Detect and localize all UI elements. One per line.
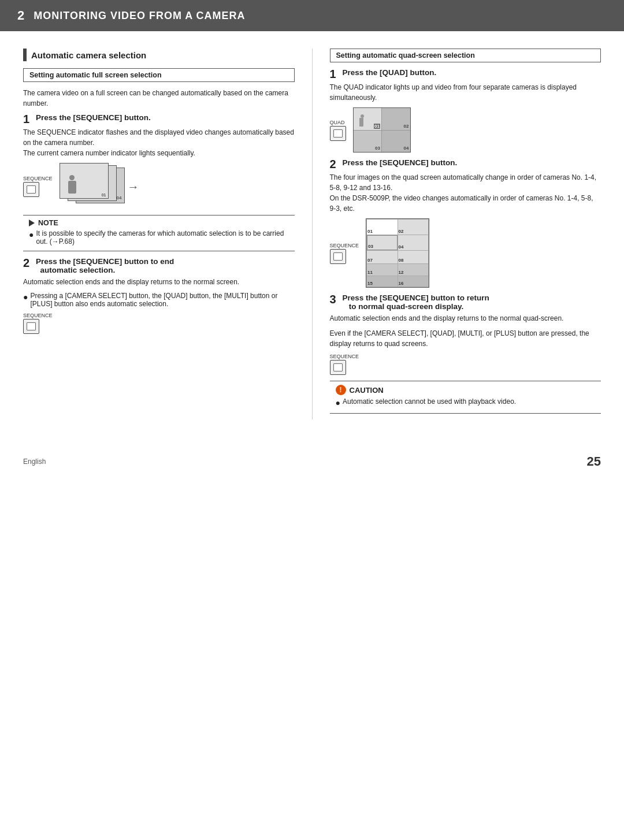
arrow-right: → xyxy=(128,180,139,194)
stacked-screens-illus: 04 01 → xyxy=(60,163,129,209)
step2-bullet-1: ● Pressing a [CAMERA SELECT] button, the… xyxy=(23,292,295,308)
seq-button-illus-r: SEQUENCE xyxy=(330,243,359,264)
footer-language: English xyxy=(23,458,46,466)
bullet-icon: ● xyxy=(29,229,34,246)
qg-cell-4: 04 xyxy=(382,131,410,153)
person-1 xyxy=(359,118,363,127)
cam-03: 03 xyxy=(375,146,380,151)
sq-cell-02: 02 xyxy=(398,220,429,235)
sub-heading-full-screen: Setting automatic full screen selection xyxy=(23,68,295,82)
quad-btn-square xyxy=(330,126,346,141)
sq-num-07: 07 xyxy=(367,258,373,263)
sequence-button-illus: SEQUENCE xyxy=(23,176,53,197)
seq-btn-square-r xyxy=(330,249,346,264)
head xyxy=(69,175,75,180)
sq-num-16: 16 xyxy=(399,281,404,286)
sq-cell-03: 03 xyxy=(367,235,398,250)
r-step2-number: 2 xyxy=(330,158,340,170)
left-column: Automatic camera selection Setting autom… xyxy=(23,49,313,419)
r-step2-desc: The four images on the quad screen autom… xyxy=(330,172,601,214)
r-step1-row: 1 Press the [QUAD] button. xyxy=(330,68,601,80)
section-accent xyxy=(23,49,27,61)
r-step3-title: Press the [SEQUENCE] button to return to… xyxy=(343,293,489,311)
r-step3-illustration: SEQUENCE xyxy=(330,354,601,375)
bullet-icon-2: ● xyxy=(23,292,28,308)
seq-btn-label-2: SEQUENCE xyxy=(23,313,53,318)
page-footer: English 25 xyxy=(0,443,624,475)
step2-content: Press the [SEQUENCE] button to end autom… xyxy=(36,257,174,274)
sq-cell-08: 08 xyxy=(398,251,429,263)
quad-btn-inner xyxy=(333,129,343,137)
step1-illustration: SEQUENCE 04 01 xyxy=(23,163,295,209)
caution-bullet-1: ● Automatic selection cannot be used wit… xyxy=(336,397,596,408)
r-step3-content: Press the [SEQUENCE] button to return to… xyxy=(343,293,489,311)
r-step1-title: Press the [QUAD] button. xyxy=(343,68,437,77)
caution-label: CAUTION xyxy=(350,386,384,395)
caution-box: ! CAUTION ● Automatic selection cannot b… xyxy=(330,381,601,414)
qg-cell-2: 02 xyxy=(382,108,410,130)
step1-title: Press the [SEQUENCE] button. xyxy=(36,113,151,122)
r-step2-illustration: SEQUENCE 01 02 03 xyxy=(330,218,601,288)
note-header: NOTE xyxy=(29,219,289,227)
quad-button-illus: QUAD xyxy=(330,120,346,141)
r-step2-title: Press the [SEQUENCE] button. xyxy=(343,158,458,167)
quad-btn-label: QUAD xyxy=(330,120,346,125)
note-label: NOTE xyxy=(38,219,58,227)
sq-num-01: 01 xyxy=(367,229,373,234)
sq-num-15: 15 xyxy=(367,281,373,286)
r-step3-desc2: Even if the [CAMERA SELECT], [QUAD], [MU… xyxy=(330,328,601,349)
section-title: Automatic camera selection xyxy=(31,50,146,60)
chapter-number: 2 xyxy=(17,8,24,23)
r-step3-number: 3 xyxy=(330,293,340,305)
body xyxy=(68,181,76,194)
section-title-bar: Automatic camera selection xyxy=(23,49,295,61)
sq-num-02: 02 xyxy=(399,229,404,234)
seq-btn-inner xyxy=(27,185,36,194)
cam-02: 02 xyxy=(404,124,409,129)
page-number: 25 xyxy=(587,454,601,469)
seq-btn-inner-r3 xyxy=(333,363,343,371)
sq-num-04: 04 xyxy=(399,244,404,250)
person-figure xyxy=(68,175,76,194)
r-step3-row: 3 Press the [SEQUENCE] button to return … xyxy=(330,293,601,311)
chapter-header: 2 MONITORING VIDEO FROM A CAMERA xyxy=(0,0,624,31)
seq-btn-inner-r xyxy=(333,252,343,261)
note-bullet-1: ● It is possible to specify the cameras … xyxy=(29,229,289,246)
caution-bullet-text: Automatic selection cannot be used with … xyxy=(343,397,516,408)
right-column: Setting automatic quad-screen selection … xyxy=(313,49,601,419)
note-triangle-icon xyxy=(29,220,35,226)
seq-btn-square-r3 xyxy=(330,360,346,375)
sq-cell-15: 15 xyxy=(367,276,398,287)
cam-01: 01 xyxy=(374,124,380,129)
step2-title: Press the [SEQUENCE] button to end autom… xyxy=(36,257,174,274)
sq-cell-12: 12 xyxy=(398,264,429,276)
r-step1-desc: The QUAD indicator lights up and video f… xyxy=(330,82,601,103)
step2-bullet-text: Pressing a [CAMERA SELECT] button, the [… xyxy=(30,292,294,308)
r-step3-desc1: Automatic selection ends and the display… xyxy=(330,313,601,324)
main-content: Automatic camera selection Setting autom… xyxy=(0,49,624,419)
sequence-button-illus-2: SEQUENCE xyxy=(23,313,53,334)
screen-frame-1: 01 xyxy=(60,163,109,199)
sq-num-12: 12 xyxy=(399,270,404,275)
sq-num-03: 03 xyxy=(368,244,373,249)
r-step2-row: 2 Press the [SEQUENCE] button. xyxy=(330,158,601,170)
qg-cell-1: 01 xyxy=(354,108,382,130)
head-1 xyxy=(361,114,364,118)
quad-screen-illus: 01 02 03 04 xyxy=(353,107,411,153)
seq-btn-square xyxy=(23,182,39,197)
sq-cell-16: 16 xyxy=(398,276,429,287)
step1-desc: The SEQUENCE indicator flashes and the d… xyxy=(23,127,295,158)
seq-quad-grid: 01 02 03 04 07 08 xyxy=(366,219,429,287)
qg-cell-3: 03 xyxy=(354,131,382,153)
caution-icon: ! xyxy=(336,385,346,395)
sq-num-08: 08 xyxy=(399,258,404,263)
seq-button-illus-r3: SEQUENCE xyxy=(330,354,359,375)
sq-cell-04: 04 xyxy=(398,235,429,250)
sq-cell-07: 07 xyxy=(367,251,398,263)
sq-cell-11: 11 xyxy=(367,264,398,276)
step2-desc1: Automatic selection ends and the display… xyxy=(23,277,295,287)
note-box: NOTE ● It is possible to specify the cam… xyxy=(23,215,295,251)
seq-btn-label: SEQUENCE xyxy=(23,176,53,181)
caution-header: ! CAUTION xyxy=(336,385,596,395)
seq-btn-label-r: SEQUENCE xyxy=(330,243,359,248)
